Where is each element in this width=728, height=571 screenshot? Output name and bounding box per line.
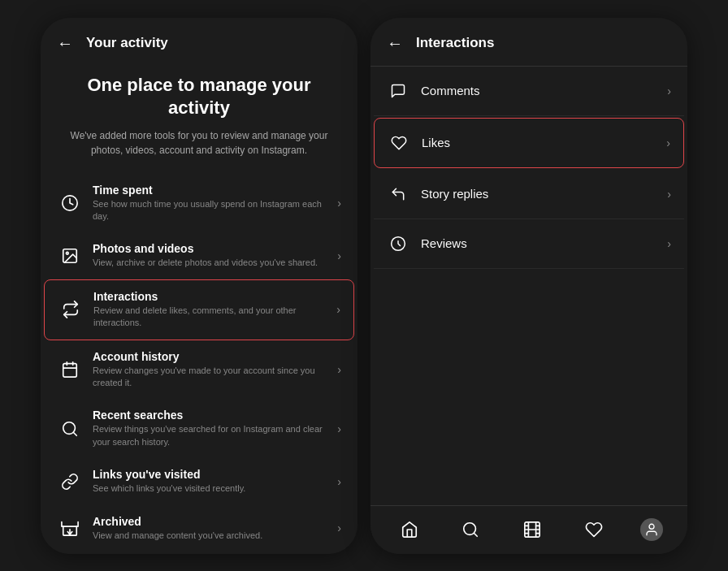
menu-item-archived-desc: View and manage content you've archived. [93,530,331,542]
menu-item-archived[interactable]: Archived View and manage content you've … [44,505,354,552]
comments-label: Comments [421,84,667,97]
menu-item-searches-title: Recent searches [93,409,331,422]
chevron-icon: › [337,249,341,262]
menu-item-links[interactable]: Links you've visited See which links you… [44,458,354,504]
menu-item-account-content: Account history Review changes you've ma… [93,350,331,390]
calendar-icon [57,357,83,383]
bottom-navigation [370,505,687,554]
interactions-list: Comments › Likes › Story replies › [370,67,687,286]
menu-item-links-title: Links you've visited [93,468,331,481]
interactions-item-reviews[interactable]: Reviews › [374,219,684,269]
story-replies-label: Story replies [421,187,667,201]
chevron-icon: › [337,363,341,376]
menu-item-deleted[interactable]: Recently deleted View and manage content… [44,552,354,554]
menu-item-archived-content: Archived View and manage content you've … [93,515,331,542]
likes-label: Likes [422,136,666,149]
menu-item-photos[interactable]: Photos and videos View, archive or delet… [44,232,354,279]
menu-item-links-desc: See which links you've visited recently. [93,482,331,495]
menu-item-account-history[interactable]: Account history Review changes you've ma… [44,340,354,400]
chevron-icon: › [336,303,340,316]
activity-title: Your activity [86,35,168,51]
comment-icon [387,80,410,102]
svg-line-8 [73,432,76,435]
interactions-item-story-replies[interactable]: Story replies › [374,170,684,219]
heart-nav-icon[interactable] [579,515,609,544]
menu-item-interactions[interactable]: Interactions Review and delete likes, co… [44,279,354,340]
menu-item-searches-desc: Review things you've searched for on Ins… [93,423,331,448]
interactions-back-button[interactable]: ← [387,34,403,53]
reviews-label: Reviews [421,236,667,250]
activity-screen: ← Your activity One place to manage your… [41,18,358,554]
menu-item-photos-title: Photos and videos [93,242,331,255]
activity-header: ← Your activity [41,18,358,61]
search-nav-icon[interactable] [456,515,485,544]
profile-nav-icon[interactable] [640,518,663,541]
interactions-screen: ← Interactions Comments › Likes › [370,18,687,554]
menu-item-time-content: Time spent See how much time you usually… [93,184,331,223]
chevron-icon: › [667,84,671,97]
chevron-icon: › [667,188,671,201]
interactions-icon [58,296,84,322]
menu-item-time-title: Time spent [93,184,331,197]
chevron-icon: › [337,422,341,435]
menu-item-photos-content: Photos and videos View, archive or delet… [93,242,331,269]
reels-nav-icon[interactable] [518,515,547,544]
home-nav-icon[interactable] [395,515,424,544]
link-icon [57,469,83,495]
hero-subtitle: We've added more tools for you to review… [65,128,333,158]
menu-item-searches-content: Recent searches Review things you've sea… [93,409,331,448]
interactions-item-likes[interactable]: Likes › [374,118,684,168]
chevron-icon: › [666,136,670,149]
menu-item-archived-title: Archived [93,515,331,528]
activity-menu-list: Time spent See how much time you usually… [41,174,358,554]
menu-item-recent-searches[interactable]: Recent searches Review things you've sea… [44,399,354,458]
photos-icon [57,243,83,269]
menu-item-interactions-content: Interactions Review and delete likes, co… [93,290,330,330]
left-phone: ← Your activity One place to manage your… [41,18,358,554]
svg-line-11 [474,533,478,536]
chevron-icon: › [337,521,341,534]
svg-point-2 [66,253,68,255]
menu-item-time-desc: See how much time you usually spend on I… [93,198,331,223]
interactions-title: Interactions [416,35,494,51]
svg-rect-3 [63,364,77,378]
chevron-icon: › [337,475,341,488]
reply-icon [387,183,410,205]
archive-icon [57,515,83,541]
activity-hero: One place to manage your activity We've … [41,61,358,174]
menu-item-account-title: Account history [93,350,331,363]
svg-point-20 [649,524,654,529]
search-icon [57,416,83,442]
menu-item-interactions-desc: Review and delete likes, comments, and y… [93,305,330,330]
menu-item-account-desc: Review changes you've made to your accou… [93,365,331,390]
chevron-icon: › [667,237,671,250]
interactions-item-comments[interactable]: Comments › [374,67,684,116]
menu-item-interactions-title: Interactions [93,290,330,303]
menu-item-links-content: Links you've visited See which links you… [93,468,331,495]
interactions-header: ← Interactions [370,18,687,67]
menu-item-photos-desc: View, archive or delete photos and video… [93,257,331,269]
menu-item-time-spent[interactable]: Time spent See how much time you usually… [44,174,354,233]
spacer [370,286,687,505]
hero-title: One place to manage your activity [65,74,333,120]
heart-icon [388,132,410,154]
review-icon [387,232,410,255]
right-phone: ← Interactions Comments › Likes › [370,18,687,554]
clock-icon [57,190,83,216]
chevron-icon: › [337,197,341,210]
back-button[interactable]: ← [57,34,73,53]
